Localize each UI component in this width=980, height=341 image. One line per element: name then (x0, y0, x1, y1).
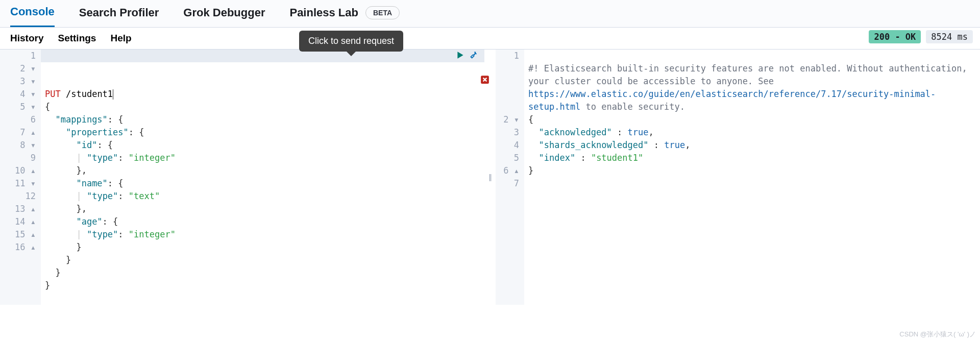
tab-grok-debugger[interactable]: Grok Debugger (183, 6, 265, 27)
tab-painless-lab[interactable]: Painless Lab (289, 6, 358, 27)
status-code-badge: 200 - OK (869, 30, 921, 43)
history-link[interactable]: History (10, 33, 43, 44)
error-icon (480, 75, 489, 84)
editor-panes: 1 2 ▾ 3 ▾ 4 ▾ 5 ▾ 6 7 ▴ 8 ▾ 9 10 ▴ 11 ▾ … (0, 49, 980, 305)
tab-console[interactable]: Console (10, 5, 55, 27)
top-tabbar: Console Search Profiler Grok Debugger Pa… (0, 0, 980, 28)
response-time-badge: 8524 ms (926, 30, 973, 43)
response-viewer[interactable]: #! Elasticsearch built-in security featu… (524, 50, 980, 305)
request-gutter: 1 2 ▾ 3 ▾ 4 ▾ 5 ▾ 6 7 ▴ 8 ▾ 9 10 ▴ 11 ▾ … (0, 50, 41, 305)
console-subnav: History Settings Help (0, 28, 980, 49)
pane-splitter[interactable]: ‖ (484, 50, 496, 305)
send-request-tooltip: Click to send request (299, 31, 403, 52)
request-editor[interactable]: PUT /student1 { "mappings": { "propertie… (41, 50, 484, 305)
watermark: CSDN @张小猿ス( 'ω' )ノ (899, 330, 976, 339)
play-icon[interactable] (456, 51, 465, 60)
beta-badge: BETA (365, 6, 400, 19)
request-pane: 1 2 ▾ 3 ▾ 4 ▾ 5 ▾ 6 7 ▴ 8 ▾ 9 10 ▴ 11 ▾ … (0, 50, 484, 305)
settings-link[interactable]: Settings (58, 33, 96, 44)
response-pane: 200 - OK 8524 ms 1 2 ▾ 3 4 5 6 ▴ 7 #! El… (496, 50, 980, 305)
help-link[interactable]: Help (110, 33, 131, 44)
wrench-icon[interactable] (469, 51, 478, 60)
response-gutter: 1 2 ▾ 3 4 5 6 ▴ 7 (496, 50, 524, 305)
tab-search-profiler[interactable]: Search Profiler (79, 6, 159, 27)
